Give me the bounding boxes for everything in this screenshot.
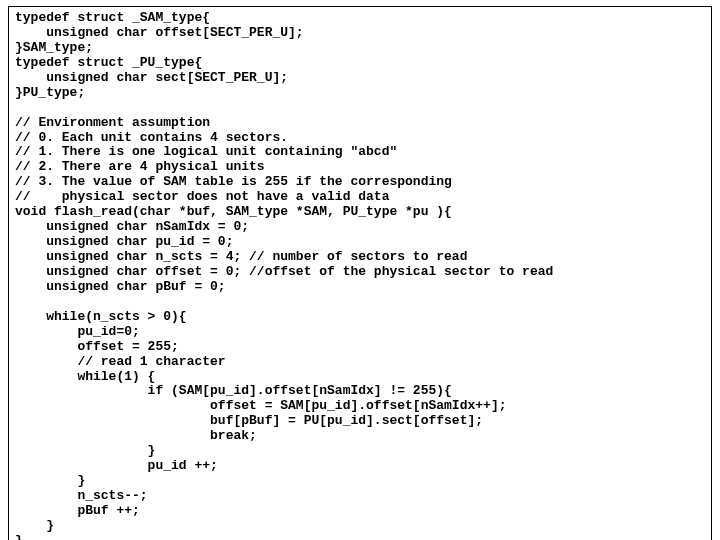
code-line: pBuf ++; [15,503,140,518]
code-line: offset = 255; [15,339,179,354]
code-line: while(n_scts > 0){ [15,309,187,324]
code-line: unsigned char nSamIdx = 0; [15,219,249,234]
code-line: buf[pBuf] = PU[pu_id].sect[offset]; [15,413,483,428]
code-line: if (SAM[pu_id].offset[nSamIdx] != 255){ [15,383,452,398]
code-line: break; [15,428,257,443]
code-line: unsigned char offset[SECT_PER_U]; [15,25,304,40]
code-line: while(1) { [15,369,155,384]
code-line: } [15,473,85,488]
code-line: pu_id=0; [15,324,140,339]
page: typedef struct _SAM_type{ unsigned char … [0,0,720,540]
code-line: void flash_read(char *buf, SAM_type *SAM… [15,204,452,219]
code-line: offset = SAM[pu_id].offset[nSamIdx++]; [15,398,506,413]
code-line: typedef struct _PU_type{ [15,55,202,70]
code-line: unsigned char sect[SECT_PER_U]; [15,70,288,85]
code-line: pu_id ++; [15,458,218,473]
code-line: // 3. The value of SAM table is 255 if t… [15,174,452,189]
code-line: unsigned char pBuf = 0; [15,279,226,294]
code-line: unsigned char n_scts = 4; // number of s… [15,249,467,264]
code-line: unsigned char offset = 0; //offset of th… [15,264,553,279]
code-line: } [15,443,155,458]
code-line: n_scts--; [15,488,148,503]
code-line: // 1. There is one logical unit containi… [15,144,397,159]
code-line: // read 1 character [15,354,226,369]
code-line: // 0. Each unit contains 4 sectors. [15,130,288,145]
code-line: // 2. There are 4 physical units [15,159,265,174]
code-line: }SAM_type; [15,40,93,55]
code-line: // physical sector does not have a valid… [15,189,389,204]
code-line: }PU_type; [15,85,85,100]
code-line: // Environment assumption [15,115,210,130]
code-line: typedef struct _SAM_type{ [15,10,210,25]
code-line: } [15,518,54,533]
code-line: } [15,533,23,540]
code-line: unsigned char pu_id = 0; [15,234,233,249]
code-listing: typedef struct _SAM_type{ unsigned char … [8,6,712,540]
